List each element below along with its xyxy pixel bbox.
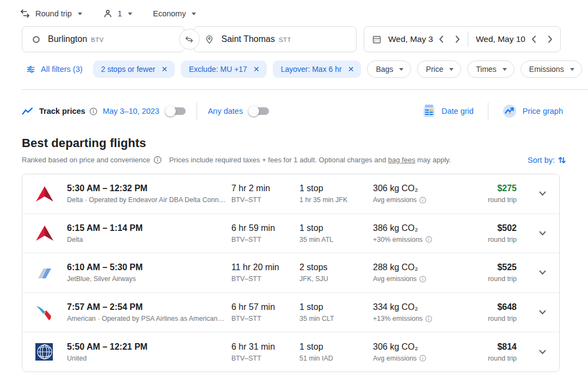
origin-airport-code: BTV [91,36,104,43]
departure-date[interactable]: Wed, May 3 [388,34,433,44]
flight-price-note: round trip [488,355,517,362]
swap-horiz-icon [20,8,30,19]
destination-city: Saint ThomasSTT [222,34,291,44]
info-icon[interactable] [419,355,426,362]
trip-type-label: Round trip [35,9,72,18]
flight-carrier: United [67,355,226,362]
ranked-note: Ranked based on price and convenience [22,156,150,164]
sort-by-button[interactable]: Sort by: [528,155,566,164]
swap-vert-icon [558,155,566,164]
flight-carrier: Delta [67,236,226,243]
flight-route: BTV–STT [231,355,299,362]
flight-stops: 1 stop [299,223,373,233]
flight-times: 6:15 AM – 1:14 PM [67,223,226,233]
departure-prev-day-button[interactable] [433,31,449,47]
flight-price: $814 [488,342,517,352]
price-graph-icon [503,104,517,118]
flight-price: $275 [488,184,517,193]
info-icon[interactable] [425,236,432,243]
tracking-toolbar: Track prices May 3–10, 2023 Any dates Da… [22,101,566,121]
flight-row[interactable]: 5:30 AM – 12:32 PM Delta · Operated by E… [22,174,559,214]
flight-emissions-note: Avg emissions [373,275,476,283]
filter-dropdown-bags[interactable]: Bags [367,60,411,78]
flight-stops: 2 stops [299,263,373,272]
flight-row[interactable]: 6:15 AM – 1:14 PM Delta 6 hr 59 min BTV–… [22,214,559,254]
expand-chevron-icon[interactable] [539,191,546,196]
expand-chevron-icon[interactable] [539,270,546,275]
flight-stop-detail: 51 min IAD [299,355,373,362]
return-next-day-button[interactable] [542,31,558,47]
all-filters-button[interactable]: All filters (3) [22,65,87,74]
any-dates-toggle[interactable] [249,107,269,115]
info-icon[interactable] [89,107,97,115]
flight-route: BTV–STT [231,275,299,283]
dates-field: Wed, May 3 Wed, May 10 [364,26,561,52]
jetblue-silver-logo [35,265,54,281]
toggle-knob [165,106,176,117]
info-icon[interactable] [419,276,426,283]
track-prices-toggle[interactable] [166,107,186,115]
origin-city: BurlingtonBTV [48,34,104,44]
departure-date-segment[interactable]: Wed, May 3 [372,31,465,47]
filter-dropdown-label: Emissions [529,65,564,74]
info-icon[interactable] [419,197,426,204]
passenger-count: 1 [118,9,122,18]
departure-next-day-button[interactable] [449,31,465,47]
vertical-divider [197,102,197,120]
track-prices-label: Track prices [39,107,85,115]
flight-emissions: 288 kg CO₂ [373,263,476,272]
cabin-class-selector[interactable]: Economy [150,9,204,18]
flight-emissions: 386 kg CO₂ [373,223,476,233]
destination-input[interactable]: Saint ThomasSTT [193,26,357,52]
expand-chevron-icon[interactable] [539,231,546,236]
origin-input[interactable]: BurlingtonBTV [22,26,185,52]
return-date[interactable]: Wed, May 10 [476,34,525,44]
info-icon[interactable] [425,315,432,322]
flight-route: BTV–STT [231,196,299,204]
bag-fees-link[interactable]: bag fees [388,156,415,164]
flight-stops: 1 stop [299,184,373,193]
flight-row[interactable]: 6:10 AM – 5:30 PM JetBlue, Silver Airway… [22,253,559,293]
expand-chevron-icon[interactable] [539,310,546,315]
filter-dropdown-emissions[interactable]: Emissions [520,60,582,78]
flight-row[interactable]: 7:57 AM – 2:54 PM American · Operated by… [22,293,559,333]
filter-chip-stops[interactable]: 2 stops or fewer ✕ [93,60,175,78]
swap-route-button[interactable] [179,29,200,50]
flight-row[interactable]: 5:50 AM – 12:21 PM United 6 hr 31 min BT… [22,332,559,371]
flight-stop-detail: JFK, SJU [299,275,373,283]
any-dates-label[interactable]: Any dates [208,107,243,115]
flight-route: BTV–STT [231,236,299,243]
chevron-down-icon [399,68,403,71]
flight-duration: 6 hr 31 min [231,342,299,352]
close-icon[interactable]: ✕ [348,65,354,73]
flight-price: $648 [488,302,517,312]
price-graph-label: Price graph [523,107,563,115]
flight-emissions-note: +30% emissions [373,236,476,243]
close-icon[interactable]: ✕ [161,65,168,73]
filter-dropdown-times[interactable]: Times [467,60,514,78]
track-date-range[interactable]: May 3–10, 2023 [103,107,160,115]
flight-stops: 1 stop [299,302,373,312]
destination-airport-code: STT [279,36,291,43]
return-date-segment[interactable]: Wed, May 10 [470,31,558,47]
expand-chevron-icon[interactable] [539,350,546,355]
passengers-selector[interactable]: 1 [100,9,140,19]
top-nav: Round trip 1 Economy [0,0,588,22]
results-header: Best departing flights Ranked based on p… [22,136,566,164]
cabin-class-label: Economy [153,9,186,18]
trip-type-selector[interactable]: Round trip [16,8,90,19]
flight-duration: 11 hr 20 min [231,263,299,272]
chevron-down-icon [128,13,132,15]
close-icon[interactable]: ✕ [253,65,260,73]
price-graph-button[interactable]: Price graph [499,104,566,118]
results-subheader: Ranked based on price and convenience Pr… [22,155,566,164]
chevron-down-icon [503,68,507,71]
return-prev-day-button[interactable] [525,31,542,47]
filter-chip-layover[interactable]: Layover: Max 6 hr ✕ [273,60,362,78]
flight-times: 5:50 AM – 12:21 PM [67,342,226,352]
info-icon[interactable] [154,156,162,164]
american-airlines-logo [35,304,53,321]
date-grid-button[interactable]: Date grid [419,104,477,118]
filter-dropdown-price[interactable]: Price [417,60,461,78]
filter-chip-exclude-airline[interactable]: Exclude: MU +17 ✕ [181,60,267,78]
